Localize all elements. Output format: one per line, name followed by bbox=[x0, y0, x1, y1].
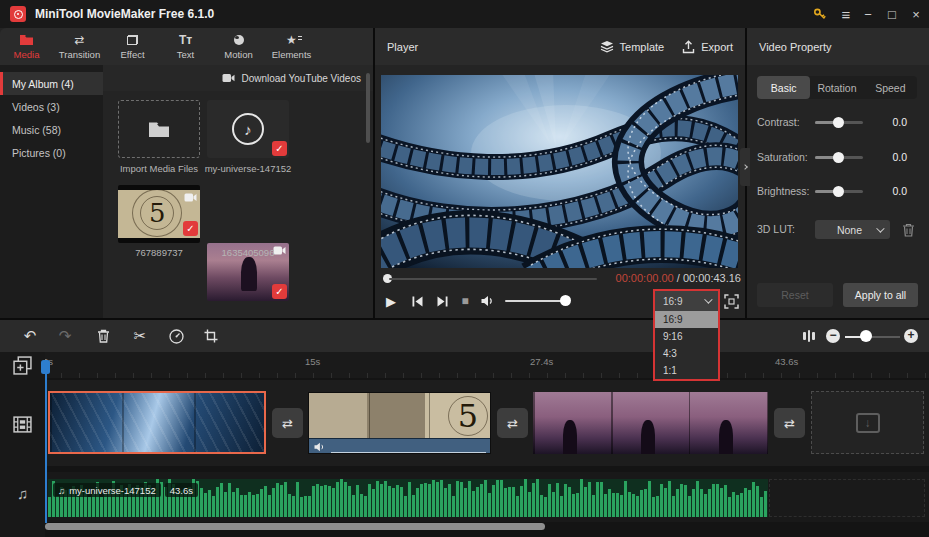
add-to-timeline-icon[interactable] bbox=[13, 356, 32, 375]
undo-button[interactable]: ↶ bbox=[21, 327, 39, 345]
video-camera-icon bbox=[222, 73, 235, 83]
aspect-ratio-select[interactable]: 16:9 bbox=[655, 291, 718, 311]
download-youtube-label: Download YouTube Videos bbox=[241, 73, 361, 84]
tab-elements[interactable]: ★ Elements bbox=[265, 28, 318, 65]
timeline-clip-countdown[interactable]: 5 bbox=[308, 392, 491, 454]
sidebar-item-my-album[interactable]: My Album (4) bbox=[0, 72, 103, 95]
speed-gauge-icon bbox=[169, 329, 184, 344]
current-time: 00:00:00.00 bbox=[616, 272, 674, 284]
timeline-scrollbar[interactable] bbox=[45, 523, 545, 530]
sidebar-item-label: Videos (3) bbox=[12, 101, 60, 113]
next-frame-icon bbox=[437, 296, 448, 307]
tab-text[interactable]: Tт Text bbox=[159, 28, 212, 65]
transition-slot-2[interactable]: ⇄ bbox=[497, 408, 528, 438]
transition-slot-3[interactable]: ⇄ bbox=[774, 408, 805, 438]
redo-button[interactable]: ↷ bbox=[56, 327, 74, 345]
countdown-digit: 5 bbox=[458, 397, 478, 435]
aspect-option-1-1[interactable]: 1:1 bbox=[655, 362, 718, 379]
previous-frame-button[interactable] bbox=[409, 290, 425, 312]
crop-button[interactable] bbox=[202, 327, 220, 345]
split-button[interactable]: ✂ bbox=[131, 327, 149, 345]
volume-slider-handle[interactable] bbox=[560, 295, 571, 306]
export-label: Export bbox=[701, 41, 733, 53]
timeline-clip-filmreel-selected[interactable] bbox=[48, 391, 266, 454]
timeline-clip-sunset[interactable] bbox=[533, 392, 768, 454]
seek-bar[interactable]: 00:00:00.00 / 00:00:43.16 bbox=[375, 270, 745, 286]
crop-icon bbox=[204, 329, 218, 343]
down-arrow-icon: ↓ bbox=[865, 416, 871, 430]
delete-lut-button[interactable] bbox=[902, 223, 915, 237]
media-item-audio[interactable]: ♪ ✓ bbox=[207, 100, 289, 158]
media-scrollbar[interactable] bbox=[366, 73, 370, 143]
playhead-handle[interactable] bbox=[41, 360, 50, 374]
playhead-line[interactable] bbox=[45, 373, 47, 523]
contrast-slider-handle[interactable] bbox=[833, 117, 844, 128]
timeline-ruler[interactable]: 0s 15s 27.4s 43.6s bbox=[0, 352, 929, 378]
chevron-right-icon bbox=[742, 164, 748, 170]
download-youtube-button[interactable]: Download YouTube Videos bbox=[103, 65, 373, 91]
sidebar-item-videos[interactable]: Videos (3) bbox=[0, 95, 103, 118]
fit-to-timeline-button[interactable] bbox=[800, 327, 818, 345]
track-rail: ♫ bbox=[0, 352, 45, 537]
tab-label: Transition bbox=[59, 49, 100, 60]
library-panel: Media ⇄ Transition Effect Tт Text Motion… bbox=[0, 28, 373, 318]
aspect-option-9-16[interactable]: 9:16 bbox=[655, 328, 718, 345]
audio-level-line bbox=[331, 452, 486, 454]
license-key-button[interactable] bbox=[808, 0, 832, 28]
music-track-icon: ♫ bbox=[13, 484, 32, 503]
lut-select[interactable]: None bbox=[815, 220, 890, 239]
brightness-row: Brightness: 0.0 bbox=[747, 183, 929, 199]
zoom-out-button[interactable]: − bbox=[826, 329, 840, 343]
next-frame-button[interactable] bbox=[434, 290, 450, 312]
tab-basic[interactable]: Basic bbox=[757, 76, 810, 99]
play-button[interactable]: ▶ bbox=[383, 290, 399, 312]
template-button[interactable]: Template bbox=[600, 40, 665, 53]
mute-button[interactable] bbox=[479, 290, 495, 312]
seek-track[interactable] bbox=[389, 278, 597, 280]
transition-icon: ⇄ bbox=[784, 416, 795, 431]
zoom-in-button[interactable]: + bbox=[904, 329, 918, 343]
fullscreen-button[interactable] bbox=[724, 294, 740, 310]
aspect-option-4-3[interactable]: 4:3 bbox=[655, 345, 718, 362]
saturation-slider-handle[interactable] bbox=[833, 152, 844, 163]
tab-media[interactable]: Media bbox=[0, 28, 53, 65]
close-button[interactable]: × bbox=[904, 0, 928, 28]
timeline-music-clip[interactable]: ♫my-universe-147152 43.6s bbox=[48, 479, 768, 517]
speed-button[interactable] bbox=[167, 327, 185, 345]
stop-button[interactable]: ■ bbox=[457, 290, 473, 312]
transition-slot-1[interactable]: ⇄ bbox=[272, 408, 303, 438]
reset-button[interactable]: Reset bbox=[757, 283, 833, 307]
tab-rotation[interactable]: Rotation bbox=[810, 76, 863, 99]
elements-star-icon: ★ bbox=[286, 33, 297, 47]
selected-check-badge: ✓ bbox=[272, 284, 287, 299]
sidebar-item-pictures[interactable]: Pictures (0) bbox=[0, 141, 103, 164]
timeline: 0s 15s 27.4s 43.6s ♫ ⇄ 5 ⇄ bbox=[0, 352, 929, 537]
clip-audio-strip bbox=[309, 438, 490, 454]
maximize-button[interactable]: □ bbox=[880, 0, 904, 28]
tab-effect[interactable]: Effect bbox=[106, 28, 159, 65]
ruler-ticks bbox=[43, 373, 929, 378]
tab-label: Text bbox=[177, 49, 194, 60]
export-button[interactable]: Export bbox=[682, 40, 733, 54]
empty-music-slot[interactable] bbox=[769, 479, 925, 517]
apply-to-all-button[interactable]: Apply to all bbox=[843, 283, 918, 307]
player-header: Player Template Export bbox=[375, 28, 745, 65]
timeline-zoom-handle[interactable] bbox=[860, 330, 872, 342]
media-item-video-countdown[interactable]: 5 ✓ bbox=[118, 185, 200, 243]
media-library: Download YouTube Videos ♪ ✓ Import Media… bbox=[103, 65, 373, 318]
aspect-option-16-9[interactable]: 16:9 bbox=[655, 311, 718, 328]
import-media-card[interactable] bbox=[118, 100, 200, 158]
video-preview bbox=[381, 75, 738, 268]
tab-speed[interactable]: Speed bbox=[864, 76, 917, 99]
sidebar-item-music[interactable]: Music (58) bbox=[0, 118, 103, 141]
tab-transition[interactable]: ⇄ Transition bbox=[53, 28, 106, 65]
minimize-button[interactable]: − bbox=[856, 0, 880, 28]
tab-motion[interactable]: Motion bbox=[212, 28, 265, 65]
timeline-zoom-slider[interactable] bbox=[845, 336, 900, 338]
media-item-label: 767889737 bbox=[111, 247, 207, 258]
empty-clip-slot[interactable]: ↓ bbox=[811, 391, 924, 454]
brightness-slider-handle[interactable] bbox=[833, 186, 844, 197]
clip-texture bbox=[50, 393, 264, 452]
delete-button[interactable] bbox=[94, 327, 112, 345]
menu-button[interactable]: ≡ bbox=[834, 0, 858, 28]
